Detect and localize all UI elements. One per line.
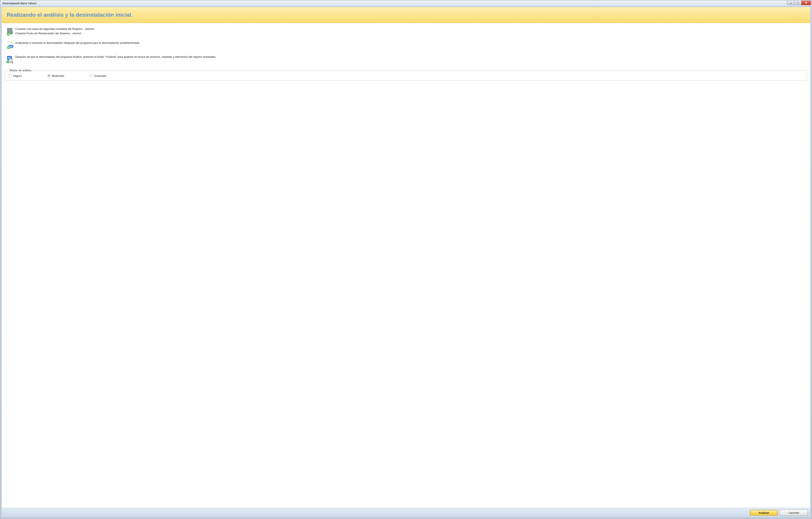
step-analyze-text: Analizando e iniciando el desinstalador … bbox=[15, 41, 807, 45]
cancel-button[interactable]: Cancelar bbox=[780, 510, 808, 516]
modes-group: Modos de análisis Seguro Moderado Avanza… bbox=[5, 69, 807, 81]
body-area: Creando una copia de seguridad completa … bbox=[2, 23, 810, 508]
mode-option-seguro[interactable]: Seguro bbox=[8, 74, 22, 77]
radio-icon bbox=[8, 74, 11, 77]
step-analyze: Analizando e iniciando el desinstalador … bbox=[5, 41, 807, 50]
document-check-icon bbox=[5, 41, 15, 50]
server-check-icon bbox=[5, 27, 15, 36]
mode-label: Avanzado bbox=[94, 74, 106, 77]
app-window: Desinstalando Barra Yahoo! Realizando el… bbox=[0, 0, 812, 519]
svg-point-7 bbox=[7, 46, 10, 49]
maximize-button bbox=[794, 1, 802, 5]
minimize-button[interactable] bbox=[787, 1, 794, 5]
mode-label: Seguro bbox=[13, 74, 22, 77]
minimize-icon bbox=[790, 2, 792, 4]
svg-point-10 bbox=[9, 59, 11, 61]
titlebar[interactable]: Desinstalando Barra Yahoo! bbox=[0, 0, 812, 6]
svg-rect-1 bbox=[797, 2, 799, 4]
radio-icon bbox=[47, 74, 51, 77]
step-backup-line2: Creando Punto de Restauración del Sistem… bbox=[15, 31, 807, 36]
footer-bar: Analizar Cancelar bbox=[2, 508, 810, 517]
radio-icon bbox=[89, 74, 93, 77]
step-backup-line1: Creando una copia de seguridad completa … bbox=[15, 27, 807, 31]
step-instruction-text: Después de que el desinstalador del prog… bbox=[15, 55, 807, 59]
svg-rect-2 bbox=[7, 28, 12, 30]
step-backup-text: Creando una copia de seguridad completa … bbox=[15, 27, 807, 36]
analyze-button[interactable]: Analizar bbox=[750, 510, 778, 516]
window-title: Desinstalando Barra Yahoo! bbox=[0, 2, 787, 5]
search-next-icon bbox=[5, 55, 15, 64]
modes-row: Seguro Moderado Avanzado bbox=[8, 74, 804, 77]
maximize-icon bbox=[797, 2, 799, 4]
svg-point-5 bbox=[7, 33, 10, 36]
page-title: Realizando el análisis y la desinstalaci… bbox=[7, 11, 805, 18]
close-icon bbox=[805, 2, 807, 4]
svg-rect-0 bbox=[790, 3, 792, 4]
close-button[interactable] bbox=[802, 1, 811, 5]
modes-legend: Modos de análisis bbox=[8, 69, 33, 72]
window-controls bbox=[787, 1, 811, 4]
mode-option-avanzado[interactable]: Avanzado bbox=[89, 74, 106, 77]
header-band: Realizando el análisis y la desinstalaci… bbox=[2, 7, 810, 23]
step-instruction: Después de que el desinstalador del prog… bbox=[5, 55, 807, 64]
mode-option-moderado[interactable]: Moderado bbox=[47, 74, 64, 77]
client-panel: Realizando el análisis y la desinstalaci… bbox=[1, 7, 811, 518]
step-backup: Creando una copia de seguridad completa … bbox=[5, 27, 807, 36]
mode-label: Moderado bbox=[52, 74, 64, 77]
